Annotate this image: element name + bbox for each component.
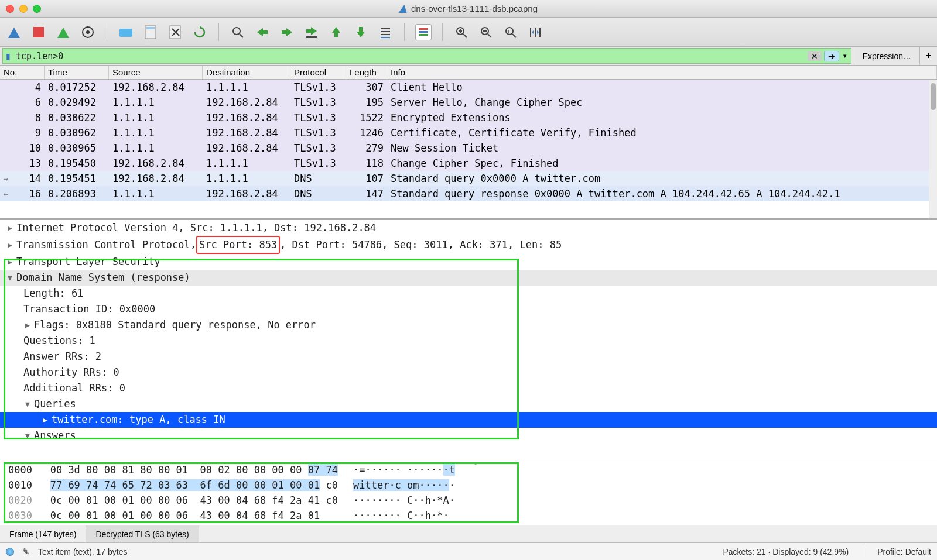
wireshark-fin-icon [399,5,409,13]
colorize-icon[interactable] [415,24,432,40]
table-row[interactable]: 90.0309621.1.1.1192.168.2.84TLSv1.31246C… [0,125,937,140]
display-filter-wrap[interactable]: ▮ ✕ ➔ ▾ [2,48,851,64]
table-row[interactable]: 100.0309651.1.1.1192.168.2.84TLSv1.3279N… [0,140,937,156]
col-no[interactable]: No. [0,66,45,79]
svg-rect-1 [33,27,44,37]
zoom-window-icon[interactable] [33,5,41,13]
detail-dns-additional-rrs[interactable]: Additional RRs: 0 [0,380,937,396]
zoom-reset-icon[interactable]: 1 [502,24,519,40]
detail-ip[interactable]: Internet Protocol Version 4, Src: 1.1.1.… [0,220,937,236]
auto-scroll-icon[interactable] [377,24,394,40]
col-length[interactable]: Length [346,66,387,79]
status-text-item: Text item (text), 17 bytes [38,547,128,556]
go-last-icon[interactable] [353,24,369,40]
detail-dns-txid[interactable]: Transaction ID: 0x0000 [0,301,937,317]
go-back-icon[interactable] [254,24,271,40]
svg-rect-24 [419,28,428,30]
reload-icon[interactable] [191,24,208,40]
window-controls [6,5,41,13]
svg-rect-26 [419,34,428,36]
clear-filter-icon[interactable]: ✕ [808,51,822,61]
detail-dns-questions[interactable]: Questions: 1 [0,333,937,349]
detail-query-twitter[interactable]: twitter.com: type A, class IN [0,412,937,428]
expression-button[interactable]: Expression… [854,47,919,65]
capture-options-icon[interactable] [80,24,96,40]
apply-filter-icon[interactable]: ➔ [824,51,839,61]
scrollbar[interactable] [929,80,937,218]
add-filter-button[interactable]: + [919,47,937,65]
main-toolbar: 1 [0,18,937,47]
detail-answers[interactable]: Answers [0,428,937,444]
edit-capture-comment-icon[interactable]: ✎ [22,547,30,557]
detail-queries[interactable]: Queries [0,396,937,412]
packet-list[interactable]: 40.017252192.168.2.841.1.1.1TLSv1.3307Cl… [0,80,937,218]
filter-bar: ▮ ✕ ➔ ▾ Expression… + [0,47,937,66]
svg-marker-41 [537,30,539,34]
bytes-tabs: Frame (147 bytes) Decrypted TLS (63 byte… [0,525,937,542]
svg-marker-19 [357,27,365,37]
zoom-out-icon[interactable] [478,24,494,40]
table-row[interactable]: 130.195450192.168.2.841.1.1.1TLSv1.3118C… [0,156,937,171]
table-row[interactable]: 40.017252192.168.2.841.1.1.1TLSv1.3307Cl… [0,80,937,95]
go-first-icon[interactable] [328,24,344,40]
find-icon[interactable] [230,24,246,40]
detail-dns-length[interactable]: Length: 61 [0,286,937,301]
col-destination[interactable]: Destination [203,66,290,79]
window-title: dns-over-tls13-1111-dsb.pcapng [411,4,538,13]
packet-details[interactable]: Internet Protocol Version 4, Src: 1.1.1.… [0,220,937,461]
svg-point-4 [86,30,90,34]
close-window-icon[interactable] [6,5,14,13]
detail-dns-flags[interactable]: Flags: 0x8180 Standard query response, N… [0,317,937,333]
tab-frame[interactable]: Frame (147 bytes) [0,525,86,542]
col-protocol[interactable]: Protocol [290,66,346,79]
minimize-window-icon[interactable] [19,5,28,13]
detail-dns[interactable]: Domain Name System (response) [0,270,937,286]
svg-marker-14 [257,28,268,36]
resize-columns-icon[interactable] [527,24,543,40]
splitter-bottom[interactable] [468,457,483,461]
svg-marker-15 [282,28,292,36]
svg-line-32 [488,34,491,37]
table-row[interactable]: →140.195451192.168.2.841.1.1.1DNS107Stan… [0,171,937,186]
svg-rect-22 [381,34,390,35]
svg-point-12 [233,28,240,35]
close-file-icon[interactable] [167,24,183,40]
bookmark-icon[interactable]: ▮ [3,51,13,61]
expert-info-icon[interactable] [6,548,14,556]
detail-tcp[interactable]: Transmission Control Protocol, Src Port:… [0,236,937,254]
detail-dns-answer-rrs[interactable]: Answer RRs: 2 [0,349,937,365]
filter-history-dropdown-icon[interactable]: ▾ [842,52,849,60]
table-row[interactable]: ←160.2068931.1.1.1192.168.2.84DNS147Stan… [0,186,937,201]
start-capture-icon[interactable] [6,24,22,40]
stop-capture-icon[interactable] [30,24,47,40]
table-row[interactable]: 60.0294921.1.1.1192.168.2.84TLSv1.3195Se… [0,95,937,110]
svg-rect-23 [381,37,390,38]
svg-line-13 [240,34,243,37]
display-filter-input[interactable] [13,50,805,63]
titlebar: dns-over-tls13-1111-dsb.pcapng [0,0,937,18]
svg-marker-18 [332,27,340,37]
svg-line-35 [512,34,516,37]
save-file-icon[interactable] [142,24,159,40]
packet-bytes[interactable]: 0000 00 3d 00 00 81 80 00 01 00 02 00 00… [0,461,937,525]
detail-tls[interactable]: Transport Layer Security [0,254,937,270]
svg-rect-21 [381,31,390,32]
svg-text:1: 1 [507,29,510,35]
col-source[interactable]: Source [109,66,203,79]
svg-line-28 [463,34,467,37]
status-profile[interactable]: Profile: Default [877,547,931,556]
svg-marker-40 [532,30,534,34]
packet-list-header: No. Time Source Destination Protocol Len… [0,66,937,80]
svg-rect-20 [381,28,390,29]
detail-dns-authority-rrs[interactable]: Authority RRs: 0 [0,365,937,380]
tab-decrypted-tls[interactable]: Decrypted TLS (63 bytes) [86,525,199,542]
col-time[interactable]: Time [45,66,109,79]
col-info[interactable]: Info [387,66,937,79]
open-file-icon[interactable] [118,24,134,40]
zoom-in-icon[interactable] [453,24,470,40]
go-to-packet-icon[interactable] [303,24,320,40]
table-row[interactable]: 80.0306221.1.1.1192.168.2.84TLSv1.31522E… [0,110,937,125]
go-forward-icon[interactable] [279,24,295,40]
restart-capture-icon[interactable] [55,24,71,40]
src-port-highlight: Src Port: 853 [196,236,280,254]
